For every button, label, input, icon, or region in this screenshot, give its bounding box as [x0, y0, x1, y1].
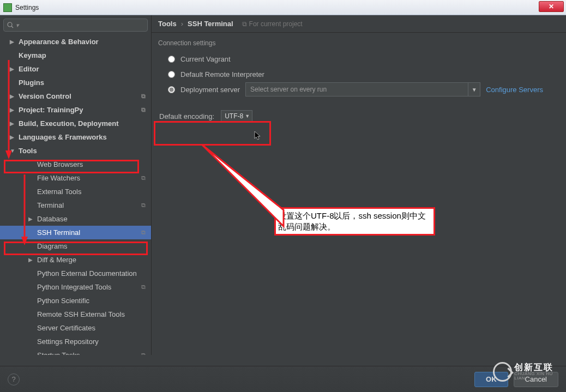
tree-item-label: SSH Terminal [37, 228, 80, 237]
tree-item-diff-merge[interactable]: ▶Diff & Merge [0, 253, 151, 267]
tree-item-remote-ssh-external-tools[interactable]: Remote SSH External Tools [0, 307, 151, 321]
tree-item-label: Settings Repository [37, 337, 99, 346]
tree-item-label: Remote SSH External Tools [37, 310, 125, 318]
help-button[interactable]: ? [8, 373, 20, 385]
tree-item-external-tools[interactable]: External Tools [0, 185, 151, 198]
tree-item-startup-tasks[interactable]: Startup Tasks⧉ [0, 348, 151, 355]
tree-item-label: External Tools [37, 188, 81, 196]
tree-item-settings-repository[interactable]: Settings Repository [0, 335, 151, 348]
chevron-down-icon: ▼ [245, 113, 250, 119]
tree-item-build-execution-deployment[interactable]: ▶Build, Execution, Deployment [0, 117, 151, 130]
breadcrumb-leaf: SSH Terminal [188, 20, 233, 28]
tree-item-keymap[interactable]: Keymap [0, 49, 151, 62]
settings-tree: ▶Appearance & BehaviorKeymap▶EditorPlugi… [0, 35, 151, 355]
project-scope-icon: ⧉ [141, 93, 146, 100]
default-encoding-row: Default encoding: UTF-8 ▼ [155, 105, 563, 128]
tree-item-web-browsers[interactable]: Web Browsers [0, 158, 151, 171]
tree-item-server-certificates[interactable]: Server Certificates [0, 321, 151, 335]
tree-item-label: Diagrams [37, 242, 68, 250]
tree-item-version-control[interactable]: ▶Version Control⧉ [0, 89, 151, 103]
tree-item-label: Server Certificates [37, 324, 95, 332]
tree-item-terminal[interactable]: Terminal⧉ [0, 198, 151, 212]
chevron-down-icon: ▼ [468, 83, 480, 96]
deployment-server-select[interactable]: Select server on every run ▼ [245, 82, 480, 97]
tree-item-diagrams[interactable]: Diagrams [0, 239, 151, 253]
tree-item-label: File Watchers [37, 174, 80, 182]
arrow-icon: ▶ [10, 39, 15, 45]
project-scope-icon: ⧉ [141, 106, 146, 113]
titlebar: Settings ✕ [0, 0, 566, 15]
project-scope-icon: ⧉ [141, 202, 146, 209]
arrow-icon: ▶ [28, 216, 34, 222]
tree-item-label: Tools [19, 147, 37, 155]
tree-item-label: Python Integrated Tools [37, 283, 111, 291]
tree-item-appearance-behavior[interactable]: ▶Appearance & Behavior [0, 35, 151, 49]
tree-item-label: Build, Execution, Deployment [19, 119, 118, 128]
tree-item-label: Terminal [37, 201, 64, 209]
tree-item-python-external-documentation[interactable]: Python External Documentation [0, 267, 151, 280]
breadcrumb: Tools › SSH Terminal ⧉ For current proje… [152, 15, 566, 33]
project-scope-icon: ⧉ [141, 174, 146, 182]
radio-vagrant-input[interactable] [168, 56, 175, 63]
tree-item-project-trainingpy[interactable]: ▶Project: TrainingPy⧉ [0, 103, 151, 117]
radio-deploy-input[interactable] [168, 86, 175, 93]
tree-item-ssh-terminal[interactable]: SSH Terminal⧉ [0, 226, 151, 239]
breadcrumb-root: Tools [158, 20, 177, 28]
tree-item-tools[interactable]: ▼Tools [0, 144, 151, 158]
section-label: Connection settings [152, 33, 566, 51]
watermark-icon [493, 362, 512, 382]
radio-remote-interpreter[interactable]: Default Remote Interpreter [168, 67, 550, 82]
search-input[interactable]: ▾ [3, 19, 148, 32]
tree-item-label: Project: TrainingPy [19, 106, 83, 114]
project-icon: ⧉ [242, 20, 247, 28]
tree-item-label: Database [37, 215, 68, 223]
close-button[interactable]: ✕ [539, 1, 564, 12]
tree-item-label: Version Control [19, 92, 71, 100]
svg-point-0 [8, 22, 12, 27]
encoding-label: Default encoding: [159, 112, 214, 120]
tree-item-label: Appearance & Behavior [19, 38, 99, 46]
arrow-icon: ▶ [28, 257, 34, 263]
arrow-icon: ▶ [10, 134, 15, 140]
arrow-icon: ▶ [10, 93, 15, 99]
tree-item-python-integrated-tools[interactable]: Python Integrated Tools⧉ [0, 280, 151, 294]
arrow-icon: ▶ [10, 107, 15, 113]
arrow-icon: ▶ [10, 66, 15, 72]
settings-panel: Tools › SSH Terminal ⧉ For current proje… [152, 15, 566, 355]
bottom-bar: ? OK Cancel [0, 366, 566, 392]
settings-sidebar: ▾ ▶Appearance & BehaviorKeymap▶EditorPlu… [0, 15, 152, 355]
arrow-icon: ▼ [10, 148, 15, 154]
svg-line-1 [11, 26, 13, 28]
breadcrumb-separator: › [181, 20, 183, 28]
project-scope-icon: ⧉ [141, 229, 146, 236]
tree-item-python-scientific[interactable]: Python Scientific [0, 294, 151, 307]
annotation-note-text: 设置这个UTF-8以后，ssh session则中文乱码问题解决。 [278, 210, 431, 232]
project-scope-icon: ⧉ [141, 284, 146, 291]
tree-item-label: Plugins [19, 79, 44, 87]
tree-item-editor[interactable]: ▶Editor [0, 62, 151, 76]
breadcrumb-project-hint: ⧉ For current project [242, 20, 303, 28]
tree-item-languages-frameworks[interactable]: ▶Languages & Frameworks [0, 130, 151, 144]
configure-servers-link[interactable]: Configure Servers [486, 86, 550, 94]
search-icon [7, 22, 14, 28]
tree-item-label: Python Scientific [37, 297, 89, 305]
tree-item-label: Keymap [19, 51, 46, 59]
tree-item-plugins[interactable]: Plugins [0, 76, 151, 89]
tree-item-label: Web Browsers [37, 160, 83, 168]
radio-vagrant[interactable]: Current Vagrant [168, 51, 550, 67]
watermark-logo: 创新互联 CHUANG XIN HU LIAN [493, 360, 564, 383]
tree-item-label: Languages & Frameworks [19, 133, 107, 141]
project-scope-icon: ⧉ [141, 352, 146, 355]
radio-remote-input[interactable] [168, 71, 175, 78]
tree-item-label: Editor [19, 65, 39, 73]
tree-item-database[interactable]: ▶Database [0, 212, 151, 226]
window-title: Settings [15, 4, 39, 11]
tree-item-label: Python External Documentation [37, 269, 137, 278]
arrow-icon: ▶ [10, 120, 15, 126]
radio-deployment-server[interactable]: Deployment server [168, 86, 240, 94]
tree-item-file-watchers[interactable]: File Watchers⧉ [0, 171, 151, 185]
encoding-select[interactable]: UTF-8 ▼ [221, 110, 252, 122]
tree-item-label: Diff & Merge [37, 256, 76, 264]
tree-item-label: Startup Tasks [37, 351, 80, 355]
app-icon [3, 3, 12, 12]
